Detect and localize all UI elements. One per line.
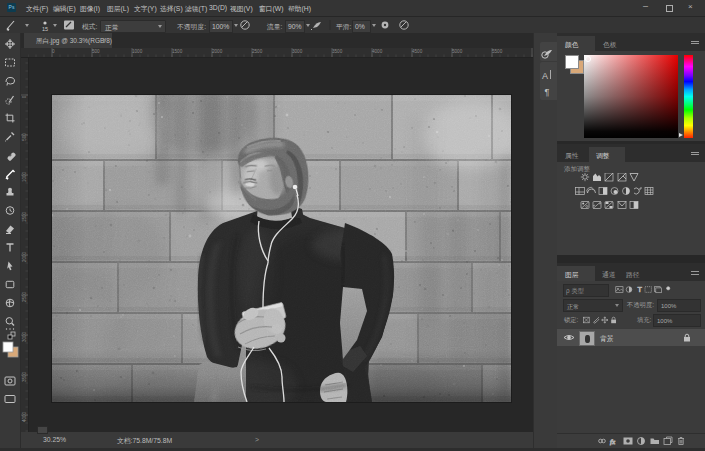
svg-text:5000: 5000 [452, 49, 463, 54]
svg-text:1000: 1000 [132, 49, 143, 54]
svg-text:1500: 1500 [22, 211, 27, 222]
svg-text:fx: fx [610, 438, 616, 446]
svg-text:5500: 5500 [492, 49, 503, 54]
svg-text:0: 0 [22, 95, 27, 98]
svg-text:4500: 4500 [412, 49, 423, 54]
svg-text:A: A [542, 71, 548, 81]
svg-text:2500: 2500 [22, 291, 27, 302]
svg-text:0: 0 [52, 49, 55, 54]
svg-text:1500: 1500 [172, 49, 183, 54]
svg-text:500: 500 [92, 49, 100, 54]
svg-text:2500: 2500 [252, 49, 263, 54]
svg-text:1000: 1000 [22, 171, 27, 182]
svg-text:2000: 2000 [22, 251, 27, 262]
svg-text:3500: 3500 [22, 371, 27, 382]
svg-text:3500: 3500 [332, 49, 343, 54]
svg-text:2000: 2000 [212, 49, 223, 54]
svg-text:¶: ¶ [545, 87, 550, 97]
svg-text:15: 15 [42, 26, 48, 32]
svg-text:500: 500 [22, 133, 27, 141]
svg-text:4000: 4000 [372, 49, 383, 54]
svg-text:4000: 4000 [22, 411, 27, 422]
svg-text:3000: 3000 [292, 49, 303, 54]
svg-text:3000: 3000 [22, 331, 27, 342]
svg-text:T: T [637, 285, 642, 294]
